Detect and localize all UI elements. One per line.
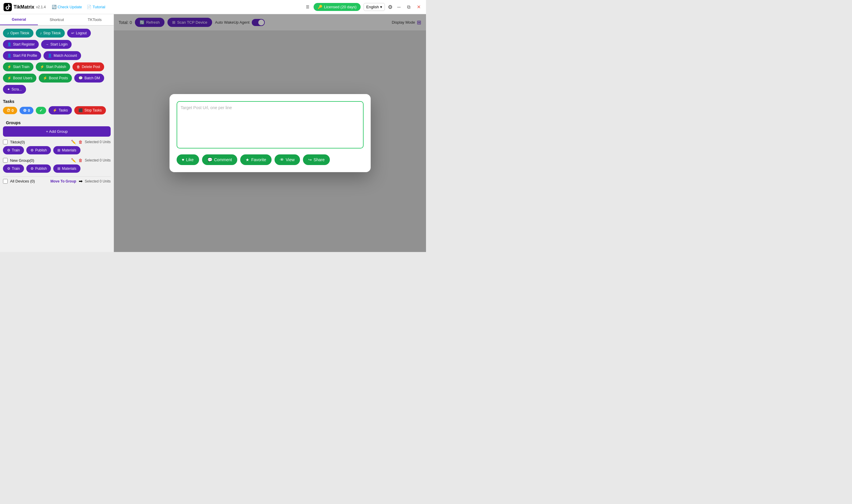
app-version: v2.1.4: [36, 5, 46, 9]
minimize-button[interactable]: ─: [396, 4, 402, 10]
licensed-button[interactable]: 🔑 Licensed (20 days): [313, 3, 361, 11]
move-to-group-link[interactable]: Move To Group: [51, 179, 76, 183]
check-update-link[interactable]: 🔄 Check Update: [52, 5, 82, 9]
key-icon: 🔑: [318, 5, 323, 9]
done-icon: ✓: [39, 108, 42, 113]
group-edit-icon-tiktok[interactable]: ✏️: [71, 140, 76, 144]
group-edit-icon-newgroup[interactable]: ✏️: [71, 158, 76, 163]
stop-tasks-button[interactable]: ⬛ Stop Tasks: [74, 106, 106, 114]
boost-posts-button[interactable]: ⚡ Boost Posts: [39, 74, 72, 83]
group-buttons-newgroup: ⚙ Train ⚙ Publish ⊞ Materials: [3, 164, 111, 173]
open-tiktok-icon: ♪: [7, 31, 9, 35]
target-post-url-input[interactable]: [177, 101, 364, 148]
train-icon: ⚙: [7, 166, 10, 171]
group-selected-newgroup: Selected 0 Units: [85, 158, 111, 162]
batch-dm-button[interactable]: 💬 Batch DM: [74, 74, 104, 83]
tutorial-link[interactable]: 📄 Tutorial: [87, 5, 105, 9]
publish-icon: ⚙: [31, 148, 34, 152]
groups-section: Groups + Add Group Tiktok(0) ✏️ 🗑 Select…: [0, 117, 114, 252]
like-button[interactable]: ♥ Like: [177, 155, 199, 165]
hamburger-button[interactable]: ☰: [305, 3, 311, 10]
delete-icon: 🗑: [77, 65, 80, 69]
groups-label: Groups: [3, 118, 111, 126]
boost-users-button[interactable]: ⚡ Boost Users: [3, 74, 36, 83]
match-account-button[interactable]: 👤 Match Account: [43, 51, 81, 60]
stop-icon: ⬛: [78, 108, 83, 112]
start-register-button[interactable]: 👤 Start Register: [3, 40, 39, 49]
comment-button[interactable]: 💬 Comment: [202, 155, 238, 165]
language-selector[interactable]: English ▾: [364, 3, 385, 11]
doc-icon: 📄: [87, 5, 91, 9]
view-button[interactable]: 👁 View: [274, 155, 300, 165]
settings-button[interactable]: ⚙: [388, 4, 393, 10]
delete-post-button[interactable]: 🗑 Delete Post: [72, 62, 104, 71]
modal-action-buttons: ♥ Like 💬 Comment ★ Favorite 👁 View: [177, 155, 364, 165]
chevron-down-icon: ▾: [380, 5, 382, 9]
group-checkbox-newgroup[interactable]: [3, 158, 8, 163]
refresh-icon: 🔄: [52, 5, 56, 9]
group-selected-tiktok: Selected 0 Units: [85, 140, 111, 144]
group-checkbox-tiktok[interactable]: [3, 140, 8, 144]
fill-profile-icon: 👤: [7, 54, 12, 58]
group-delete-icon-tiktok[interactable]: 🗑: [78, 140, 83, 144]
group-header-newgroup: New Group(0) ✏️ 🗑 Selected 0 Units: [3, 158, 111, 163]
start-fill-profile-button[interactable]: 👤 Start Fill Profile: [3, 51, 41, 60]
train-icon: ⚡: [7, 65, 12, 69]
group-delete-icon-newgroup[interactable]: 🗑: [78, 158, 83, 163]
group-name-tiktok: Tiktok(0): [10, 140, 69, 144]
main-content: Total: 0 🔄 Refresh ⊞ Scan TCP Device Aut…: [114, 14, 426, 252]
app-name: TikMatrix: [14, 4, 34, 10]
app-logo: TikMatrix v2.1.4: [3, 3, 49, 11]
eye-icon: 👁: [280, 157, 284, 162]
start-publish-button[interactable]: ⚡ Start Publish: [36, 62, 70, 71]
title-bar: TikMatrix v2.1.4 🔄 Check Update 📄 Tutori…: [0, 0, 426, 14]
group-item-tiktok: Tiktok(0) ✏️ 🗑 Selected 0 Units ⚙ Train …: [3, 140, 111, 155]
logout-button[interactable]: ↩ Logout: [67, 29, 91, 38]
add-group-button[interactable]: + Add Group: [3, 126, 111, 137]
materials-icon: ⊞: [57, 166, 60, 171]
stop-tiktok-button[interactable]: ♪ Stop Tiktok: [36, 29, 65, 38]
tasks-button[interactable]: ⚡ Tasks: [49, 106, 72, 114]
all-devices-checkbox[interactable]: [3, 179, 8, 184]
train-icon: ⚙: [7, 148, 10, 152]
boost-posts-modal: ♥ Like 💬 Comment ★ Favorite 👁 View: [169, 94, 371, 172]
group-publish-button-newgroup[interactable]: ⚙ Publish: [26, 164, 51, 173]
share-icon: ↪: [308, 157, 312, 162]
action-buttons-grid: ♪ Open Tiktok ♪ Stop Tiktok ↩ Logout 👤 S…: [0, 26, 114, 97]
scra-button[interactable]: ✦ Scra...: [3, 85, 26, 94]
pending-count-badge: ⏱ 0: [3, 107, 17, 114]
favorite-button[interactable]: ★ Favorite: [240, 155, 272, 165]
group-materials-button-tiktok[interactable]: ⊞ Materials: [53, 146, 80, 155]
share-button[interactable]: ↪ Share: [303, 155, 330, 165]
move-icon: ➡: [79, 178, 83, 184]
group-train-button-tiktok[interactable]: ⚙ Train: [3, 146, 24, 155]
tiktok-logo-icon: [3, 3, 12, 11]
open-tiktok-button[interactable]: ♪ Open Tiktok: [3, 29, 33, 38]
start-train-button[interactable]: ⚡ Start Train: [3, 62, 33, 71]
tab-tktools[interactable]: TKTools: [76, 14, 114, 25]
comment-icon: 💬: [207, 157, 213, 162]
all-devices-row: All Devices (0) Move To Group ➡ Selected…: [3, 176, 111, 186]
all-devices-label: All Devices (0): [10, 179, 48, 183]
materials-icon: ⊞: [57, 148, 60, 152]
group-publish-button-tiktok[interactable]: ⚙ Publish: [26, 146, 51, 155]
stop-tiktok-icon: ♪: [40, 31, 42, 35]
maximize-button[interactable]: ⧉: [405, 4, 412, 10]
group-header: Tiktok(0) ✏️ 🗑 Selected 0 Units: [3, 140, 111, 144]
all-devices-selected: Selected 0 Units: [85, 179, 111, 183]
tab-shortcut[interactable]: Shortcut: [38, 14, 76, 25]
match-icon: 👤: [48, 54, 52, 58]
group-train-button-newgroup[interactable]: ⚙ Train: [3, 164, 24, 173]
login-icon: →: [45, 42, 49, 47]
heart-icon: ♥: [182, 157, 184, 162]
tasks-icon: ⚡: [53, 108, 57, 112]
tab-general[interactable]: General: [0, 14, 38, 25]
close-button[interactable]: ✕: [415, 3, 422, 10]
scra-icon: ✦: [7, 87, 10, 91]
publish-icon: ⚡: [40, 65, 44, 69]
sidebar-tabs: General Shortcut TKTools: [0, 14, 114, 26]
running-icon: ⚙: [23, 108, 26, 113]
main-layout: General Shortcut TKTools ♪ Open Tiktok ♪…: [0, 14, 426, 252]
start-login-button[interactable]: → Start Login: [41, 40, 72, 49]
group-materials-button-newgroup[interactable]: ⊞ Materials: [53, 164, 80, 173]
